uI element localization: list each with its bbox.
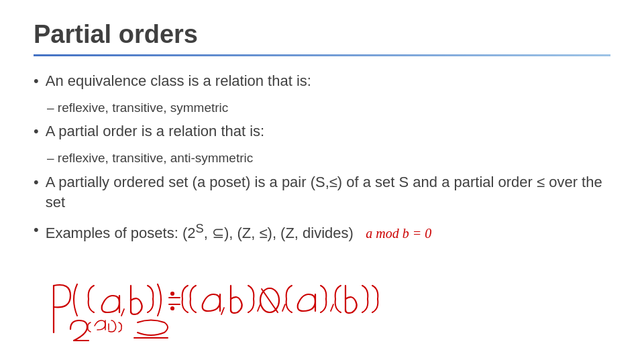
svg-point-1 <box>171 307 174 310</box>
bullet-item-1: • An equivalence class is a relation tha… <box>34 71 610 117</box>
bullet-text-2: A partial order is a relation that is: <box>46 121 265 142</box>
title-divider <box>34 54 610 56</box>
bullet-text-4: Examples of posets: (2S, ⊆), (Z, ≤), (Z,… <box>46 220 432 244</box>
main-bullet-list: • An equivalence class is a relation tha… <box>34 71 610 244</box>
svg-point-0 <box>171 292 174 295</box>
bullet-dot-4: • <box>34 220 39 241</box>
bullet-item-4: • Examples of posets: (2S, ⊆), (Z, ≤), (… <box>34 220 610 244</box>
bullet-text-3: A partially ordered set (a poset) is a p… <box>46 172 610 214</box>
bullet-dot-3: • <box>34 172 39 193</box>
handwriting-area <box>34 245 610 355</box>
bullet-item-2: • A partial order is a relation that is:… <box>34 121 610 168</box>
sub-item-1-1: reflexive, transitive, symmetric <box>47 99 610 118</box>
slide: Partial orders • An equivalence class is… <box>0 0 644 362</box>
bullet-item-3: • A partially ordered set (a poset) is a… <box>34 172 610 214</box>
bullet-dot-2: • <box>34 121 39 142</box>
sub-item-2-1: reflexive, transitive, anti-symmetric <box>47 149 610 168</box>
handwriting-svg <box>34 245 610 353</box>
sub-list-2: reflexive, transitive, anti-symmetric <box>47 149 610 168</box>
bullet-text-1: An equivalence class is a relation that … <box>46 71 311 92</box>
bullet-dot-1: • <box>34 71 39 92</box>
sub-list-1: reflexive, transitive, symmetric <box>47 99 610 118</box>
slide-title: Partial orders <box>34 20 610 49</box>
